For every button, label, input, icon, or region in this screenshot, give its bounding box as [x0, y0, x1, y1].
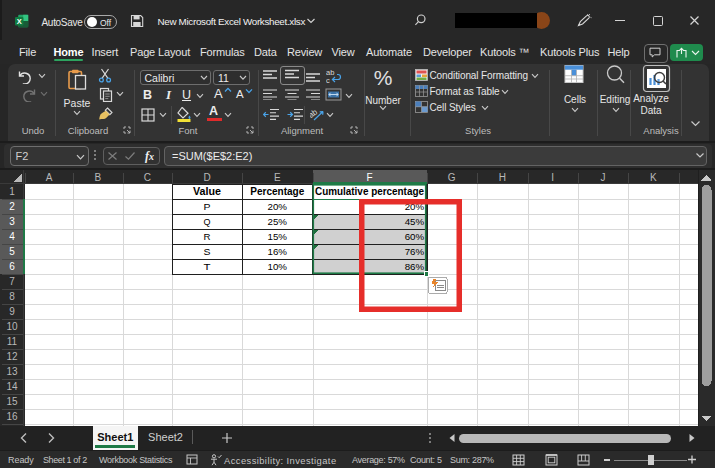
svg-text:X: X [17, 17, 22, 26]
svg-text:Percentage: Percentage [250, 185, 304, 197]
svg-text:Cumulative percentage: Cumulative percentage [315, 185, 424, 197]
svg-text:25%: 25% [268, 216, 288, 227]
svg-text:16: 16 [6, 411, 18, 422]
svg-text:15: 15 [6, 396, 18, 407]
svg-text:I: I [551, 172, 554, 183]
svg-text:4: 4 [9, 231, 15, 242]
svg-text:2: 2 [9, 201, 15, 212]
svg-text:E: E [274, 172, 281, 183]
svg-text:C: C [144, 172, 151, 183]
svg-text:10: 10 [6, 321, 18, 332]
svg-text:Value: Value [193, 185, 221, 197]
svg-text:J: J [601, 172, 606, 183]
svg-text:ab: ab [310, 107, 320, 120]
svg-text:76%: 76% [405, 246, 425, 257]
svg-text:K: K [650, 172, 657, 183]
svg-text:20%: 20% [268, 201, 288, 212]
svg-text:H: H [499, 172, 506, 183]
svg-text:12: 12 [6, 351, 18, 362]
svg-text:3: 3 [9, 216, 15, 227]
svg-text:A: A [46, 172, 53, 183]
svg-text:45%: 45% [405, 216, 425, 227]
svg-text:B: B [94, 172, 101, 183]
svg-text:60%: 60% [405, 231, 425, 242]
svg-text:16%: 16% [268, 246, 288, 257]
svg-text:G: G [448, 172, 456, 183]
svg-text:5: 5 [9, 246, 15, 257]
svg-text:86%: 86% [405, 261, 425, 272]
svg-text:P: P [204, 201, 211, 212]
svg-text:F: F [366, 172, 372, 183]
svg-text:D: D [203, 172, 210, 183]
svg-text:10%: 10% [268, 261, 288, 272]
svg-text:1: 1 [9, 186, 15, 197]
svg-text:9: 9 [9, 306, 15, 317]
svg-text:15%: 15% [268, 231, 288, 242]
svg-text:11: 11 [7, 336, 18, 347]
svg-text:T: T [204, 261, 211, 272]
svg-text:7: 7 [9, 276, 15, 287]
svg-text:6: 6 [9, 261, 15, 272]
svg-text:Q: Q [204, 216, 211, 227]
svg-text:S: S [204, 246, 211, 257]
svg-text:13: 13 [6, 366, 18, 377]
svg-text:c: c [326, 76, 330, 84]
svg-text:R: R [204, 231, 211, 242]
svg-text:14: 14 [6, 381, 18, 392]
svg-text:8: 8 [9, 291, 15, 302]
